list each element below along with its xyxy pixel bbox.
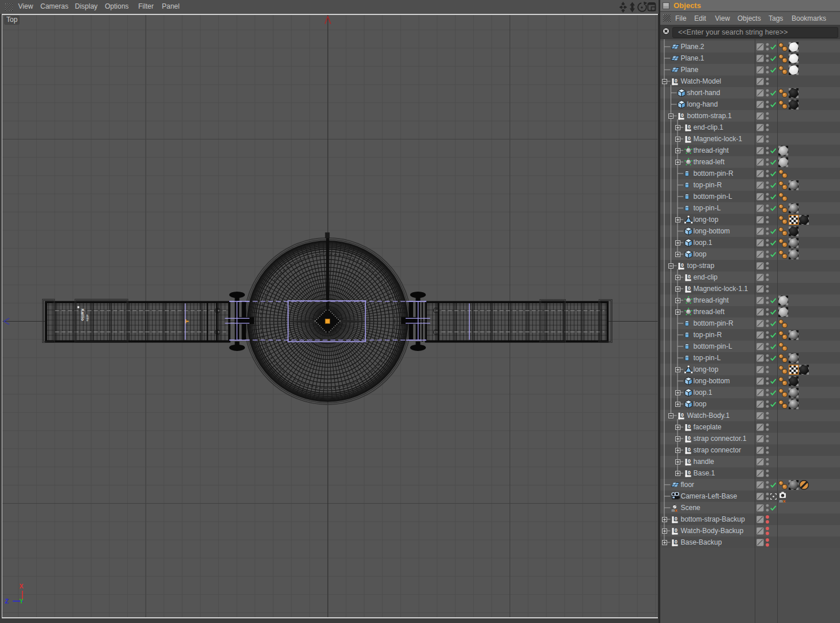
svg-text:Z: Z [5, 598, 9, 605]
svg-text:Y: Y [20, 598, 24, 605]
svg-text:Kailio: Kailio [80, 308, 85, 321]
svg-text:atitle: atitle [86, 314, 89, 321]
svg-text:X: X [20, 583, 24, 590]
